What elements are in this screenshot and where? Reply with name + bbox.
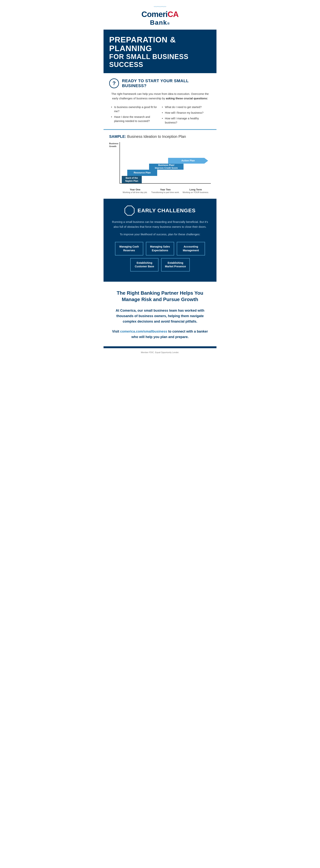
ready-header: ? READY TO START YOUR SMALL BUSINESS? [109, 79, 211, 88]
challenge-row-1: Managing CashReserves Managing SalesExpe… [109, 242, 211, 255]
sample-section: SAMPLE: Business Ideation to Inception P… [104, 130, 216, 199]
chart-area: Back of theNapkin Plan Resource Plan Bus… [119, 142, 211, 184]
ready-section: ? READY TO START YOUR SMALL BUSINESS? Th… [104, 73, 216, 129]
banking-title: The Right Banking Partner Helps YouManag… [111, 290, 209, 303]
question-item: How will I finance my business? [162, 110, 209, 116]
x-label-sub: Working a full time day job. [120, 191, 150, 194]
challenges-body2: To improve your likelihood of success, p… [109, 232, 211, 237]
challenge-box-customer: EstablishingCustomer Base [130, 258, 158, 272]
banking-visit: Visit comerica.com/smallbusiness to conn… [111, 329, 209, 340]
x-label-main: Year Two [150, 188, 180, 191]
ready-body: The right framework can help you move fr… [109, 92, 211, 101]
challenges-section: EARLY CHALLENGES Running a small busines… [104, 199, 216, 281]
logo-swirl: 〰〰〰 [107, 4, 213, 9]
bar-action: Action Plan [168, 158, 208, 164]
logo-comerica: ComeriCA [141, 10, 178, 19]
question-item: What do I need to get started? [162, 104, 209, 110]
x-label-year-two: Year Two Transitioning to part time work… [150, 188, 180, 194]
question-item: Have I done the research and planning ne… [111, 114, 158, 124]
x-label-long-term: Long Term Working on YOUR business. [180, 188, 211, 194]
ready-heading: READY TO START YOUR SMALL BUSINESS? [122, 79, 211, 88]
svg-marker-0 [125, 206, 134, 215]
challenge-box-market: EstablishingMarket Presence [161, 258, 189, 272]
challenges-body1: Running a small business can be rewardin… [109, 219, 211, 229]
bar-resource: Resource Plan [127, 170, 157, 176]
x-label-sub: Working on YOUR business. [180, 191, 211, 194]
x-labels: Year One Working a full time day job. Ye… [120, 188, 211, 194]
sample-label-bold: SAMPLE: [109, 134, 126, 138]
challenge-row-2: EstablishingCustomer Base EstablishingMa… [109, 258, 211, 272]
logo-section: 〰〰〰 ComeriCA Bank® [104, 0, 216, 30]
challenge-box-sales: Managing SalesExpectations [146, 242, 174, 255]
x-label-main: Long Term [180, 188, 211, 191]
footer-label: Member FDIC. Equal Opportunity Lender. [141, 351, 179, 353]
bar-napkin: Back of theNapkin Plan [122, 176, 142, 183]
question-item: How will I manage a healthy business? [162, 116, 209, 126]
logo-bank: Bank® [107, 19, 213, 26]
sample-label-regular: Business Ideation to Inception Plan [126, 134, 186, 138]
banking-body: At Comerica, our small business team has… [111, 308, 209, 324]
visit-text: Visit [112, 330, 119, 333]
octagon-icon [125, 206, 135, 216]
x-label-sub: Transitioning to part time work. [150, 191, 180, 194]
challenges-header: EARLY CHALLENGES [109, 206, 211, 216]
questions-list-right: What do I need to get started? How will … [162, 104, 209, 125]
sample-label: SAMPLE: Business Ideation to Inception P… [109, 134, 211, 139]
main-title: PREPARATION & PLANNING [109, 35, 211, 53]
footer-text: Member FDIC. Equal Opportunity Lender. [104, 348, 216, 357]
x-label-main: Year One [120, 188, 150, 191]
questions-col-left: Is business ownership a good fit for me?… [111, 104, 158, 125]
question-item: Is business ownership a good fit for me? [111, 104, 158, 114]
x-label-year-one: Year One Working a full time day job. [120, 188, 150, 194]
banking-link[interactable]: comerica.com/smallbusiness [120, 330, 167, 333]
questions-list-left: Is business ownership a good fit for me?… [111, 104, 158, 124]
footer-bar [104, 346, 216, 348]
questions-grid: Is business ownership a good fit for me?… [109, 104, 211, 125]
title-banner: PREPARATION & PLANNING FOR SMALL BUSINES… [104, 30, 216, 73]
bar-business: Business Plan/Improve Credit Score [149, 164, 184, 170]
questions-col-right: What do I need to get started? How will … [162, 104, 209, 125]
y-axis-label: BusinessGrowth [109, 142, 118, 148]
sub-title: FOR SMALL BUSINESS SUCCESS [109, 53, 211, 69]
challenges-heading: EARLY CHALLENGES [138, 208, 196, 214]
challenge-box-cash: Managing CashReserves [115, 242, 143, 255]
question-icon: ? [109, 79, 119, 88]
chart-container: BusinessGrowth Back of theNapkin Plan Re… [109, 142, 211, 195]
banking-section: The Right Banking Partner Helps YouManag… [104, 282, 216, 346]
ready-body-bold: asking these crucial questions: [166, 97, 208, 100]
challenge-box-accounting: AccountingManagement [177, 242, 205, 255]
